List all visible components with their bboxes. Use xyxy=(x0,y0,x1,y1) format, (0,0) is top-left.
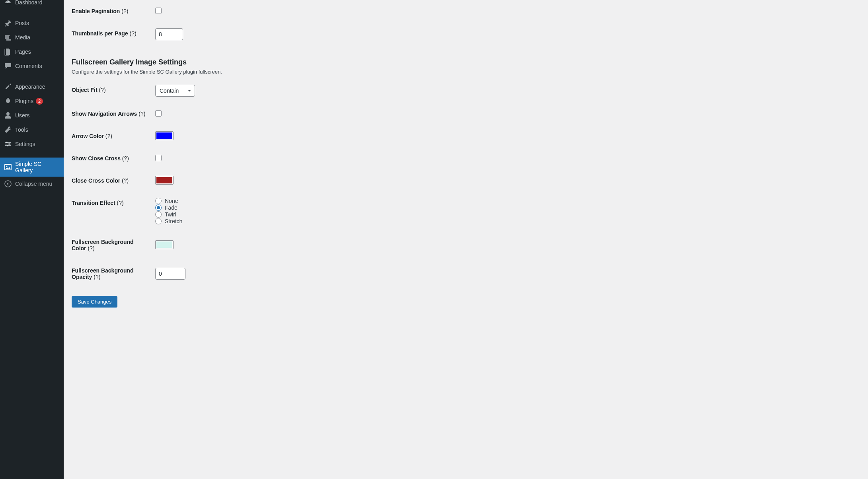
tools-icon xyxy=(4,126,12,134)
sidebar-item-label: Media xyxy=(15,34,30,41)
sidebar-item-label: Dashboard xyxy=(15,0,43,6)
pages-icon xyxy=(4,48,12,56)
sidebar-item-label: Pages xyxy=(15,49,31,55)
label-show-close: Show Close Cross (?) xyxy=(72,147,151,169)
sidebar-item-posts[interactable]: Posts xyxy=(0,16,64,30)
section-desc-fullscreen: Configure the settings for the Simple SC… xyxy=(72,69,860,75)
media-icon xyxy=(4,33,12,41)
svg-point-7 xyxy=(8,143,10,145)
sidebar-item-label: Users xyxy=(15,112,30,119)
sidebar-item-label: Simple SC Gallery xyxy=(15,161,60,173)
sidebar-item-appearance[interactable]: Appearance xyxy=(0,80,64,94)
label-enable-pagination: Enable Pagination (?) xyxy=(72,0,151,22)
show-arrows-checkbox[interactable] xyxy=(155,110,162,117)
sidebar-item-tools[interactable]: Tools xyxy=(0,123,64,137)
sidebar-item-label: Collapse menu xyxy=(15,181,52,187)
label-close-color: Close Cross Color (?) xyxy=(72,169,151,192)
transition-option-fade[interactable]: Fade xyxy=(155,204,856,211)
show-close-checkbox[interactable] xyxy=(155,155,162,161)
sidebar-item-media[interactable]: Media xyxy=(0,30,64,45)
comments-icon xyxy=(4,62,12,70)
plugins-icon xyxy=(4,97,12,105)
sidebar-item-label: Settings xyxy=(15,141,35,147)
close-color-picker[interactable] xyxy=(155,176,174,185)
transition-radio-none[interactable] xyxy=(155,198,162,204)
appearance-icon xyxy=(4,83,12,91)
dashboard-icon xyxy=(4,0,12,6)
gallery-icon xyxy=(4,163,12,171)
sidebar-item-settings[interactable]: Settings xyxy=(0,137,64,151)
transition-radio-twirl[interactable] xyxy=(155,211,162,218)
transition-radio-stretch[interactable] xyxy=(155,218,162,224)
bg-color-picker[interactable] xyxy=(155,240,174,249)
sidebar-item-simple-sc-gallery[interactable]: Simple SC Gallery xyxy=(0,158,64,177)
transition-option-twirl[interactable]: Twirl xyxy=(155,211,856,218)
sidebar-item-plugins[interactable]: Plugins 2 xyxy=(0,94,64,108)
object-fit-select[interactable]: Contain xyxy=(155,85,195,97)
thumbs-per-page-input[interactable] xyxy=(155,28,183,40)
label-bg-opacity: Fullscreen Background Opacity (?) xyxy=(72,259,151,288)
sidebar-item-users[interactable]: Users xyxy=(0,108,64,123)
svg-point-10 xyxy=(6,166,8,167)
sidebar-item-label: Posts xyxy=(15,20,29,26)
sidebar-item-label: Comments xyxy=(15,63,42,69)
label-thumbs-per-page: Thumbnails per Page (?) xyxy=(72,22,151,46)
enable-pagination-checkbox[interactable] xyxy=(155,8,162,14)
svg-point-2 xyxy=(6,112,10,115)
transition-option-stretch[interactable]: Stretch xyxy=(155,218,856,224)
svg-point-1 xyxy=(9,35,10,36)
section-title-fullscreen: Fullscreen Gallery Image Settings xyxy=(72,58,860,66)
settings-icon xyxy=(4,140,12,148)
svg-point-6 xyxy=(6,142,8,143)
save-button[interactable]: Save Changes xyxy=(72,296,117,308)
bg-opacity-input[interactable] xyxy=(155,268,185,280)
sidebar-collapse[interactable]: Collapse menu xyxy=(0,177,64,191)
collapse-icon xyxy=(4,180,12,188)
label-arrow-color: Arrow Color (?) xyxy=(72,125,151,147)
settings-page: Enable Pagination (?) Thumbnails per Pag… xyxy=(64,0,868,479)
plugins-update-badge: 2 xyxy=(36,98,43,105)
sidebar-item-label: Appearance xyxy=(15,84,45,90)
admin-sidebar: Dashboard Posts Media Pages xyxy=(0,0,64,479)
pin-icon xyxy=(4,19,12,27)
sidebar-item-label: Tools xyxy=(15,127,28,133)
label-show-arrows: Show Navigation Arrows (?) xyxy=(72,103,151,125)
sidebar-item-dashboard[interactable]: Dashboard xyxy=(0,0,64,10)
label-object-fit: Object Fit (?) xyxy=(72,79,151,103)
sidebar-item-label: Plugins xyxy=(15,98,33,104)
users-icon xyxy=(4,111,12,119)
label-bg-color: Fullscreen Background Color (?) xyxy=(72,231,151,259)
transition-option-none[interactable]: None xyxy=(155,198,856,204)
sidebar-item-pages[interactable]: Pages xyxy=(0,45,64,59)
transition-radio-group: None Fade Twirl Stretch xyxy=(155,198,856,224)
label-transition: Transition Effect (?) xyxy=(72,192,151,231)
svg-point-8 xyxy=(7,145,8,146)
sidebar-item-comments[interactable]: Comments xyxy=(0,59,64,73)
arrow-color-picker[interactable] xyxy=(155,131,174,140)
transition-radio-fade[interactable] xyxy=(155,204,162,211)
